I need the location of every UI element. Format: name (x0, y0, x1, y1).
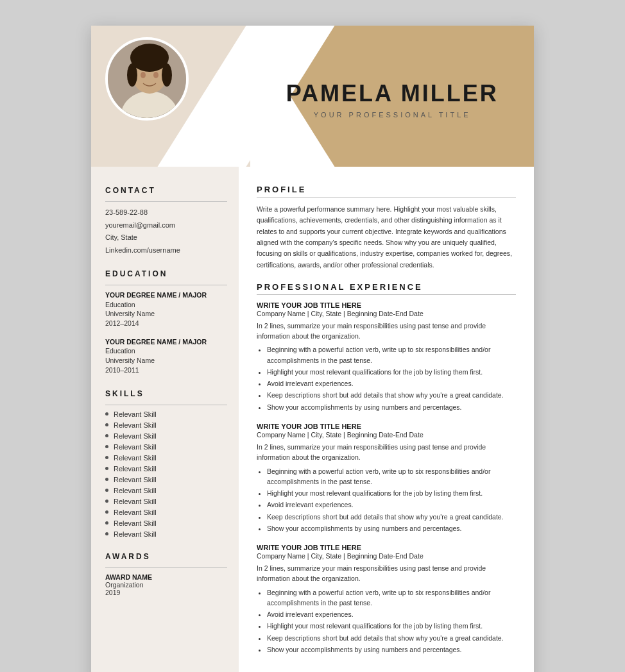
svg-point-8 (153, 72, 158, 78)
skill-item: Relevant Skill (105, 519, 227, 527)
job-title-2: WRITE YOUR JOB TITLE HERE (257, 423, 516, 430)
awards-section-title: AWARDS (105, 552, 227, 561)
skill-bullet (105, 467, 108, 470)
skills-section-title: SKILLS (105, 389, 227, 398)
bullet-item: Highlight your most relevant qualificati… (267, 621, 516, 631)
profile-text: Write a powerful performance summary her… (257, 204, 516, 271)
main-content: CONTACT 23-589-22-88 youremail@gmail.com… (91, 167, 534, 672)
skill-bullet (105, 521, 108, 525)
skill-item: Relevant Skill (105, 410, 227, 418)
skill-item: Relevant Skill (105, 498, 227, 505)
skill-bullet (105, 412, 108, 416)
job-summary-1: In 2 lines, summarize your main responsi… (257, 321, 516, 342)
education-section: EDUCATION YOUR DEGREE NAME / MAJOR Educa… (105, 269, 227, 375)
skill-bullet (105, 423, 108, 426)
skill-bullet (105, 500, 108, 503)
bullet-item: Keep descriptions short but add details … (267, 633, 516, 643)
edu-field-1: Education (105, 300, 227, 310)
experience-entry-3: WRITE YOUR JOB TITLE HERE Company Name |… (257, 544, 516, 655)
contact-phone: 23-589-22-88 (105, 207, 227, 218)
header-name-area: PAMELA MILLER YOUR PROFESSIONAL TITLE (250, 26, 534, 167)
skill-bullet (105, 434, 108, 437)
experience-divider (257, 294, 516, 295)
awards-divider (105, 567, 227, 568)
contact-section: CONTACT 23-589-22-88 youremail@gmail.com… (105, 186, 227, 255)
skill-bullet (105, 445, 108, 448)
skill-item: Relevant Skill (105, 454, 227, 462)
skill-bullet (105, 478, 108, 481)
skills-divider (105, 405, 227, 405)
profile-photo (105, 37, 189, 121)
edu-field-2: Education (105, 346, 227, 356)
svg-point-6 (162, 63, 172, 87)
skill-item: Relevant Skill (105, 530, 227, 538)
skill-label: Relevant Skill (114, 487, 157, 494)
edu-school-2: University Name (105, 356, 227, 365)
skill-item: Relevant Skill (105, 465, 227, 473)
skill-label: Relevant Skill (114, 498, 157, 505)
contact-location: City, State (105, 232, 227, 243)
skill-label: Relevant Skill (114, 421, 157, 429)
bullet-item: Show your accomplishments by using numbe… (267, 523, 516, 533)
skill-bullet (105, 510, 108, 514)
awards-section: AWARDS AWARD NAME Organization 2019 (105, 552, 227, 596)
contact-email: youremail@gmail.com (105, 220, 227, 231)
award-name-1: AWARD NAME (105, 573, 227, 581)
education-section-title: EDUCATION (105, 269, 227, 278)
svg-point-7 (141, 72, 146, 78)
skill-item: Relevant Skill (105, 508, 227, 516)
candidate-name: PAMELA MILLER (286, 80, 499, 107)
job-summary-2: In 2 lines, summarize your main responsi… (257, 442, 516, 463)
main-right: PROFILE Write a powerful performance sum… (239, 167, 534, 672)
award-entry-1: AWARD NAME Organization 2019 (105, 573, 227, 596)
contact-section-title: CONTACT (105, 186, 227, 195)
profile-section-title: PROFILE (257, 185, 516, 194)
experience-entry-2: WRITE YOUR JOB TITLE HERE Company Name |… (257, 423, 516, 533)
bullet-item: Avoid irrelevant experiences. (267, 609, 516, 619)
skill-label: Relevant Skill (114, 410, 157, 418)
bullet-item: Highlight your most relevant qualificati… (267, 488, 516, 498)
skill-item: Relevant Skill (105, 421, 227, 429)
sidebar: CONTACT 23-589-22-88 youremail@gmail.com… (91, 167, 239, 672)
education-entry-1: YOUR DEGREE NAME / MAJOR Education Unive… (105, 290, 227, 328)
edu-years-2: 2010–2011 (105, 365, 227, 375)
skill-bullet (105, 489, 108, 492)
edu-degree-2: YOUR DEGREE NAME / MAJOR (105, 337, 227, 347)
skill-label: Relevant Skill (114, 465, 157, 473)
bullet-item: Beginning with a powerful action verb, w… (267, 344, 516, 365)
profile-divider (257, 197, 516, 197)
bullet-item: Keep descriptions short but add details … (267, 390, 516, 400)
professional-title: YOUR PROFESSIONAL TITLE (314, 111, 471, 119)
contact-divider (105, 201, 227, 202)
job-title-3: WRITE YOUR JOB TITLE HERE (257, 544, 516, 551)
skill-item: Relevant Skill (105, 476, 227, 483)
skill-label: Relevant Skill (114, 443, 157, 451)
bullet-item: Show your accomplishments by using numbe… (267, 644, 516, 655)
job-title-1: WRITE YOUR JOB TITLE HERE (257, 301, 516, 309)
experience-section: PROFESSIONAL EXPERIENCE WRITE YOUR JOB T… (257, 282, 516, 655)
bullet-item: Beginning with a powerful action verb, w… (267, 587, 516, 609)
skill-bullet (105, 456, 108, 459)
bullet-item: Highlight your most relevant qualificati… (267, 367, 516, 377)
skill-label: Relevant Skill (114, 476, 157, 483)
company-line-1: Company Name | City, State | Beginning D… (257, 310, 516, 317)
skill-bullet (105, 532, 108, 535)
skill-item: Relevant Skill (105, 432, 227, 440)
skill-item: Relevant Skill (105, 443, 227, 451)
skills-list: Relevant SkillRelevant SkillRelevant Ski… (105, 410, 227, 538)
experience-list: WRITE YOUR JOB TITLE HERE Company Name |… (257, 301, 516, 655)
contact-linkedin: Linkedin.com/username (105, 245, 227, 256)
bullet-item: Avoid irrelevant experiences. (267, 378, 516, 389)
company-line-2: Company Name | City, State | Beginning D… (257, 431, 516, 439)
skills-section: SKILLS Relevant SkillRelevant SkillRelev… (105, 389, 227, 538)
education-divider (105, 285, 227, 285)
award-org-1: Organization (105, 581, 227, 589)
skill-item: Relevant Skill (105, 487, 227, 494)
skill-label: Relevant Skill (114, 508, 157, 516)
svg-point-5 (127, 63, 137, 87)
edu-years-1: 2012–2014 (105, 319, 227, 328)
bullet-item: Keep descriptions short but add details … (267, 512, 516, 522)
job-bullets-3: Beginning with a powerful action verb, w… (267, 587, 516, 655)
bullet-item: Avoid irrelevant experiences. (267, 500, 516, 510)
bullet-item: Show your accomplishments by using numbe… (267, 402, 516, 412)
